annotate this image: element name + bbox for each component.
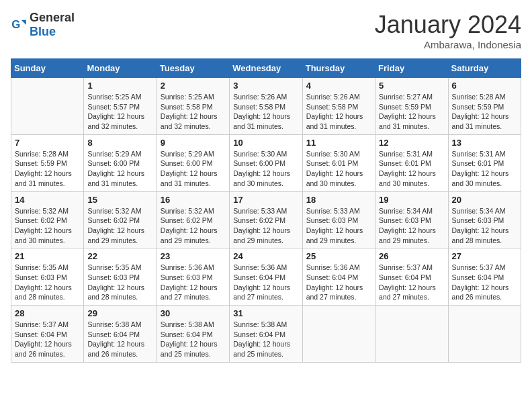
day-number: 29 [87,308,152,318]
header-cell-saturday: Saturday [448,59,521,78]
day-info-text: Sunrise: 5:38 AMSunset: 6:04 PMDaylight:… [161,320,226,359]
day-cell: 20Sunrise: 5:34 AMSunset: 6:03 PMDayligh… [448,191,521,248]
day-cell: 12Sunrise: 5:31 AMSunset: 6:01 PMDayligh… [375,134,448,191]
day-info-text: Sunrise: 5:30 AMSunset: 6:00 PMDaylight:… [233,149,298,189]
day-number: 3 [233,81,298,91]
page-header: G General Blue January 2024 Ambarawa, In… [11,11,521,50]
day-number: 4 [306,81,371,91]
day-cell: 8Sunrise: 5:29 AMSunset: 6:00 PMDaylight… [84,134,157,191]
week-row: 1Sunrise: 5:25 AMSunset: 5:57 PMDaylight… [11,78,521,135]
day-cell: 22Sunrise: 5:35 AMSunset: 6:03 PMDayligh… [84,248,157,306]
day-info-text: Sunrise: 5:32 AMSunset: 6:02 PMDaylight:… [15,206,80,246]
day-cell: 10Sunrise: 5:30 AMSunset: 6:00 PMDayligh… [230,134,302,191]
day-cell: 5Sunrise: 5:27 AMSunset: 5:59 PMDaylight… [375,78,448,135]
day-number: 2 [161,81,226,91]
title-block: January 2024 Ambarawa, Indonesia [375,11,521,50]
day-info-text: Sunrise: 5:37 AMSunset: 6:04 PMDaylight:… [379,263,444,302]
day-number: 11 [306,138,371,148]
day-info-text: Sunrise: 5:29 AMSunset: 6:00 PMDaylight:… [161,149,226,189]
day-number: 31 [233,308,298,318]
day-cell: 23Sunrise: 5:36 AMSunset: 6:03 PMDayligh… [157,248,229,306]
logo: G General Blue [11,11,75,39]
week-row: 14Sunrise: 5:32 AMSunset: 6:02 PMDayligh… [11,191,521,248]
header-cell-tuesday: Tuesday [157,59,229,78]
day-cell: 24Sunrise: 5:36 AMSunset: 6:04 PMDayligh… [230,248,302,306]
day-number: 14 [15,195,80,205]
day-cell: 2Sunrise: 5:25 AMSunset: 5:58 PMDaylight… [157,78,229,135]
day-cell: 26Sunrise: 5:37 AMSunset: 6:04 PMDayligh… [375,248,448,306]
week-row: 7Sunrise: 5:28 AMSunset: 5:59 PMDaylight… [11,134,521,191]
day-info-text: Sunrise: 5:36 AMSunset: 6:04 PMDaylight:… [306,263,371,302]
day-number: 13 [452,138,517,148]
day-info-text: Sunrise: 5:33 AMSunset: 6:03 PMDaylight:… [306,206,371,246]
day-info-text: Sunrise: 5:37 AMSunset: 6:04 PMDaylight:… [15,320,80,359]
month-year-title: January 2024 [375,11,521,39]
day-info-text: Sunrise: 5:35 AMSunset: 6:03 PMDaylight:… [15,263,80,302]
day-info-text: Sunrise: 5:27 AMSunset: 5:59 PMDaylight:… [379,92,444,132]
logo-general: General [30,11,75,24]
day-info-text: Sunrise: 5:26 AMSunset: 5:58 PMDaylight:… [306,92,371,132]
day-cell: 17Sunrise: 5:33 AMSunset: 6:02 PMDayligh… [230,191,302,248]
day-number: 19 [379,195,444,205]
day-number: 26 [379,251,444,261]
day-number: 18 [306,195,371,205]
header-cell-friday: Friday [375,59,448,78]
day-cell: 4Sunrise: 5:26 AMSunset: 5:58 PMDaylight… [302,78,375,135]
header-row: SundayMondayTuesdayWednesdayThursdayFrid… [11,59,521,78]
day-number: 24 [233,251,298,261]
day-info-text: Sunrise: 5:34 AMSunset: 6:03 PMDaylight:… [452,206,517,246]
svg-marker-1 [21,20,26,25]
day-number: 1 [87,81,152,91]
day-number: 27 [452,251,517,261]
day-cell [375,306,448,363]
day-info-text: Sunrise: 5:36 AMSunset: 6:04 PMDaylight:… [233,263,298,302]
day-info-text: Sunrise: 5:29 AMSunset: 6:00 PMDaylight:… [87,149,152,189]
day-cell [11,78,84,135]
day-cell: 11Sunrise: 5:30 AMSunset: 6:01 PMDayligh… [302,134,375,191]
calendar-table: SundayMondayTuesdayWednesdayThursdayFrid… [11,58,521,363]
header-cell-sunday: Sunday [11,59,84,78]
generalblue-logo-icon: G [11,17,27,33]
day-number: 6 [452,81,517,91]
day-info-text: Sunrise: 5:31 AMSunset: 6:01 PMDaylight:… [452,149,517,189]
day-number: 10 [233,138,298,148]
day-cell [302,306,375,363]
day-cell: 21Sunrise: 5:35 AMSunset: 6:03 PMDayligh… [11,248,84,306]
day-number: 12 [379,138,444,148]
day-cell: 27Sunrise: 5:37 AMSunset: 6:04 PMDayligh… [448,248,521,306]
day-info-text: Sunrise: 5:37 AMSunset: 6:04 PMDaylight:… [452,263,517,302]
day-info-text: Sunrise: 5:34 AMSunset: 6:03 PMDaylight:… [379,206,444,246]
calendar-header: SundayMondayTuesdayWednesdayThursdayFrid… [11,59,521,78]
day-cell [448,306,521,363]
day-number: 20 [452,195,517,205]
day-number: 28 [15,308,80,318]
day-number: 7 [15,138,80,148]
day-number: 5 [379,81,444,91]
day-number: 30 [161,308,226,318]
day-cell: 13Sunrise: 5:31 AMSunset: 6:01 PMDayligh… [448,134,521,191]
day-number: 22 [87,251,152,261]
day-cell: 1Sunrise: 5:25 AMSunset: 5:57 PMDaylight… [84,78,157,135]
day-number: 25 [306,251,371,261]
day-info-text: Sunrise: 5:35 AMSunset: 6:03 PMDaylight:… [87,263,152,302]
day-info-text: Sunrise: 5:25 AMSunset: 5:58 PMDaylight:… [161,92,226,132]
day-info-text: Sunrise: 5:28 AMSunset: 5:59 PMDaylight:… [452,92,517,132]
day-cell: 18Sunrise: 5:33 AMSunset: 6:03 PMDayligh… [302,191,375,248]
svg-text:G: G [11,18,20,31]
day-info-text: Sunrise: 5:32 AMSunset: 6:02 PMDaylight:… [161,206,226,246]
day-number: 17 [233,195,298,205]
day-info-text: Sunrise: 5:36 AMSunset: 6:03 PMDaylight:… [161,263,226,302]
day-info-text: Sunrise: 5:31 AMSunset: 6:01 PMDaylight:… [379,149,444,189]
day-info-text: Sunrise: 5:30 AMSunset: 6:01 PMDaylight:… [306,149,371,189]
location-subtitle: Ambarawa, Indonesia [375,39,521,50]
logo-text: General Blue [30,11,75,39]
header-cell-thursday: Thursday [302,59,375,78]
day-cell: 30Sunrise: 5:38 AMSunset: 6:04 PMDayligh… [157,306,229,363]
day-cell: 19Sunrise: 5:34 AMSunset: 6:03 PMDayligh… [375,191,448,248]
day-info-text: Sunrise: 5:33 AMSunset: 6:02 PMDaylight:… [233,206,298,246]
day-number: 9 [161,138,226,148]
day-number: 16 [161,195,226,205]
day-info-text: Sunrise: 5:32 AMSunset: 6:02 PMDaylight:… [87,206,152,246]
day-info-text: Sunrise: 5:38 AMSunset: 6:04 PMDaylight:… [87,320,152,359]
day-number: 21 [15,251,80,261]
